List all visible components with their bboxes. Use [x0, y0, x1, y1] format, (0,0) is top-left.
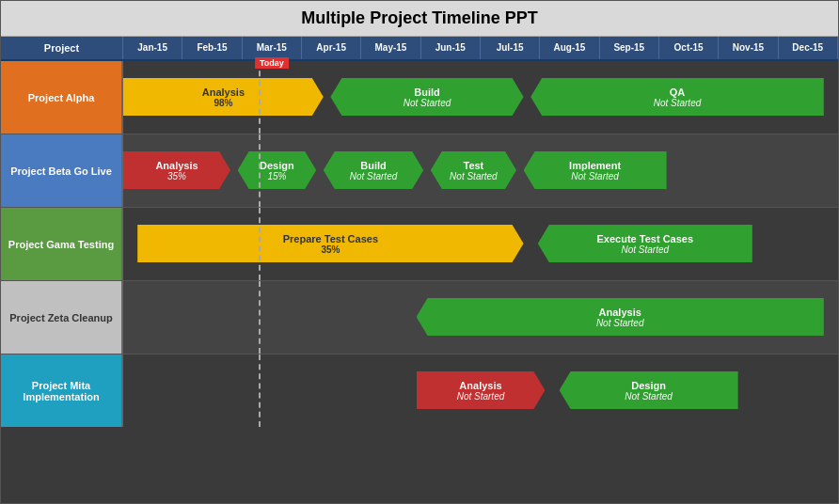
project-label-zeta: Project Zeta Cleanup [1, 281, 123, 354]
bar-beta-build-label: Build [360, 160, 387, 171]
bar-gama-execute-sub: Not Started [622, 244, 670, 255]
today-line-alpha [259, 61, 261, 134]
bar-zeta-analysis-sub: Not Started [596, 318, 644, 328]
header-row: Project Jan-15 Feb-15 Mar-15 Today Apr-1… [1, 37, 838, 61]
bar-alpha-qa-sub: Not Started [654, 98, 702, 108]
bar-alpha-build-sub: Not Started [404, 98, 451, 108]
project-row-zeta: Project Zeta Cleanup Analysis Not Starte… [1, 281, 838, 354]
bar-zeta-analysis-label: Analysis [599, 307, 641, 318]
month-may: May-15 [361, 37, 420, 59]
today-label: Today [255, 57, 289, 69]
month-mar: Mar-15 Today [243, 37, 302, 59]
timeline-zeta: Analysis Not Started [123, 281, 838, 354]
project-row-mita: Project Mita Implementation Analysis Not… [1, 354, 838, 427]
bar-beta-design-label: Design [260, 160, 294, 171]
bar-mita-design: Design Not Started [560, 371, 738, 409]
month-jul: Jul-15 [481, 37, 540, 59]
chart-title: Multiple Project Timeline PPT [1, 1, 838, 37]
bar-alpha-analysis: Analysis 98% [123, 78, 324, 116]
month-feb: Feb-15 [182, 37, 242, 59]
bar-gama-execute-label: Execute Test Cases [597, 233, 694, 244]
timeline-alpha: Analysis 98% Build Not Started QA Not St… [123, 61, 838, 134]
bar-alpha-analysis-pct: 98% [214, 98, 232, 108]
months-header: Jan-15 Feb-15 Mar-15 Today Apr-15 May-15… [123, 37, 838, 59]
today-line-zeta [259, 281, 261, 354]
project-label-mita: Project Mita Implementation [1, 354, 123, 427]
month-jan: Jan-15 [123, 37, 182, 59]
bar-gama-execute: Execute Test Cases Not Started [538, 225, 752, 262]
today-line-beta [259, 134, 261, 207]
month-apr: Apr-15 [302, 37, 361, 59]
bar-mita-analysis: Analysis Not Started [417, 371, 546, 409]
bar-gama-prepare-sub: 35% [321, 244, 340, 255]
bar-mita-analysis-label: Analysis [459, 380, 501, 391]
bar-beta-build-sub: Not Started [350, 171, 398, 181]
bar-beta-implement-label: Implement [569, 160, 621, 171]
project-header: Project [1, 37, 123, 59]
project-row-gama: Project Gama Testing Prepare Test Cases … [1, 208, 838, 281]
today-line-mita [259, 354, 261, 427]
month-aug: Aug-15 [540, 37, 599, 59]
project-label-beta: Project Beta Go Live [1, 134, 123, 207]
bar-beta-design: Design 15% [238, 151, 317, 189]
bar-beta-test-sub: Not Started [450, 171, 498, 181]
bar-alpha-build-label: Build [414, 87, 440, 98]
bar-beta-design-sub: 15% [267, 171, 286, 181]
timeline-gama: Prepare Test Cases 35% Execute Test Case… [123, 208, 838, 280]
bar-alpha-build: Build Not Started [330, 78, 523, 116]
bar-mita-design-label: Design [631, 380, 666, 391]
month-jun: Jun-15 [421, 37, 481, 59]
today-line-gama [259, 208, 261, 280]
bar-beta-analysis-sub: 35% [167, 171, 186, 181]
month-oct: Oct-15 [659, 37, 719, 59]
month-dec: Dec-15 [779, 37, 838, 59]
main-container: Multiple Project Timeline PPT Project Ja… [0, 0, 839, 504]
bar-alpha-qa-label: QA [670, 87, 686, 98]
bar-beta-test: Test Not Started [431, 151, 516, 189]
bar-beta-analysis-label: Analysis [155, 160, 198, 171]
bar-beta-implement: Implement Not Started [524, 151, 667, 189]
project-row-beta: Project Beta Go Live Analysis 35% Design… [1, 134, 838, 208]
bar-mita-analysis-sub: Not Started [457, 391, 505, 402]
month-nov: Nov-15 [719, 37, 778, 59]
timeline-mita: Analysis Not Started Design Not Started [123, 354, 838, 427]
month-sep: Sep-15 [600, 37, 659, 59]
bar-gama-prepare: Prepare Test Cases 35% [137, 225, 523, 262]
bar-gama-prepare-label: Prepare Test Cases [283, 233, 378, 244]
bar-mita-design-sub: Not Started [625, 391, 673, 402]
project-label-alpha: Project Alpha [1, 61, 123, 134]
project-label-gama: Project Gama Testing [1, 208, 123, 280]
project-row-alpha: Project Alpha Analysis 98% Build Not Sta… [1, 61, 838, 134]
bar-beta-implement-sub: Not Started [571, 171, 619, 181]
bar-zeta-analysis: Analysis Not Started [417, 298, 824, 336]
timeline-beta: Analysis 35% Design 15% Build Not Starte… [123, 134, 838, 207]
bar-alpha-analysis-label: Analysis [202, 87, 245, 98]
bar-beta-test-label: Test [463, 160, 483, 171]
bar-beta-build: Build Not Started [324, 151, 423, 189]
bar-beta-analysis: Analysis 35% [123, 151, 230, 189]
bar-alpha-qa: QA Not Started [530, 78, 824, 116]
